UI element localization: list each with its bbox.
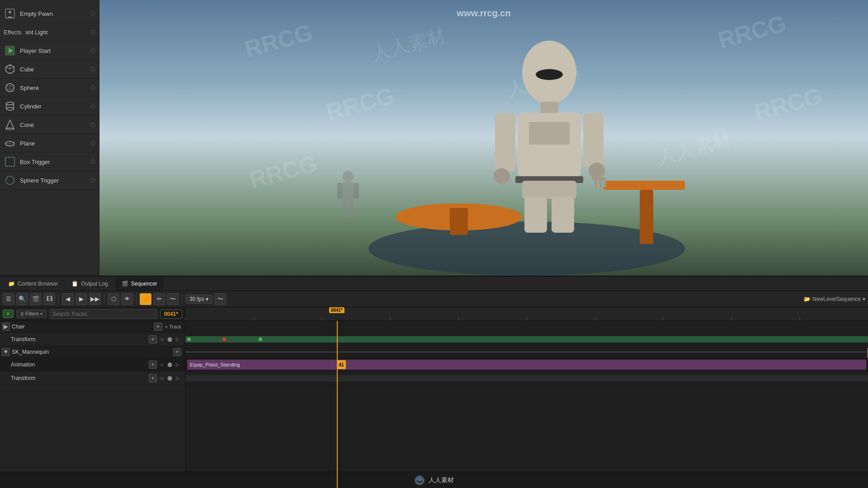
box-trigger-icon [4,155,16,168]
viewport[interactable]: www.rrcg.cn RRCG RRCG RRCG RRCG RRCG 人人素… [99,0,868,276]
svg-rect-38 [515,176,583,183]
playhead-line [337,321,338,488]
toolbar-btn-diamond[interactable]: ⬡ [108,293,119,305]
toolbar-btn-vis[interactable]: 👁 [121,293,133,305]
sk-transform-key3[interactable]: ▷ [174,375,181,382]
sk-transform-add[interactable]: + [149,374,157,382]
svg-point-29 [396,203,522,230]
track-row-chair[interactable]: ▶ Chair + + Track [0,321,185,333]
actor-item-cube[interactable]: Cube ⓘ [0,60,99,79]
chair-transform-add[interactable]: + [149,335,157,343]
toolbar-btn-grid[interactable]: ☰ [3,293,14,305]
animation-key1[interactable]: ◁ [158,361,165,368]
tab-content-browser-label: Content Browser [18,281,58,287]
tab-sequencer[interactable]: 🎬 Sequencer [115,277,164,290]
chair-transform-key3[interactable]: ▷ [174,336,181,343]
status-content: 人人素材 [414,475,454,486]
content-browser-icon: 📁 [8,281,15,287]
actor-item-cylinder[interactable]: Cylinder ⓘ [0,97,99,116]
sequence-name-label: NewLevelSequence [812,296,861,302]
sequencer-icon: 🎬 [122,281,128,287]
cylinder-info: ⓘ [90,103,95,110]
toolbar-btn-orange-key[interactable]: 🔶 [140,293,151,305]
actor-item-player-start[interactable]: Player Start ⓘ [0,42,99,60]
svg-rect-26 [5,157,14,166]
keyframe-dot-2[interactable] [222,338,226,341]
animation-clip[interactable]: Equip_Pistol_Standing [187,360,866,370]
chair-add-btn[interactable]: + [154,323,162,331]
track-row-chair-transform[interactable]: Transform + ◁ ⬤ ▷ [0,333,185,346]
sphere-icon [4,81,16,94]
toolbar-btn-prev-key[interactable]: ◀ [62,293,74,305]
empty-pawn-info: ⓘ [90,10,95,17]
actor-item-sphere[interactable]: Sphere ⓘ [0,79,99,97]
sk-transform-key2[interactable]: ⬤ [166,375,173,382]
animation-track-controls: + ◁ ⬤ ▷ [149,361,181,369]
svg-point-50 [343,171,354,182]
animation-add-btn[interactable]: + [149,361,157,369]
chair-transform-key1[interactable]: ◁ [158,336,165,343]
svg-line-13 [6,67,10,69]
toolbar-btn-next-key[interactable]: ▶▶ [89,293,101,305]
sk-transform-controls: + ◁ ⬤ ▷ [149,374,181,382]
keyframe-dot-3[interactable] [259,338,262,341]
tab-output-log-label: Output Log [81,281,108,287]
actor-list: Empty Pawn ⓘ Point Light ⓘ [0,5,99,276]
cone-info: ⓘ [90,122,95,128]
track-row-sk-transform[interactable]: Transform + ◁ ⬤ ▷ [0,371,185,385]
timeline-area[interactable]: 0041* | 0000 | 0015 | 0030 | 0045 | 0060… [185,307,868,488]
fps-selector[interactable]: 30 fps ▾ [185,295,212,304]
actor-item-box-trigger[interactable]: Box Trigger ⓘ [0,153,99,171]
timeline-row-chair [185,321,868,333]
actor-item-sphere-trigger[interactable]: Sphere Trigger ⓘ [0,171,99,190]
svg-rect-37 [529,122,570,145]
watermark-5: RRCG [246,150,320,194]
watermark-3: RRCG [323,82,397,126]
toolbar-btn-camera[interactable]: 🎬 [30,293,42,305]
track-expand-sk[interactable]: ▼ [2,348,10,356]
tab-output-log[interactable]: 📋 Output Log [65,277,114,290]
actor-item-cone[interactable]: Cone ⓘ [0,116,99,134]
actor-item-empty-pawn[interactable]: Empty Pawn ⓘ [0,5,99,23]
track-search-input[interactable] [49,309,157,319]
effects-nav-label: Effects [4,29,22,36]
bottom-status: 人人素材 [0,472,868,488]
point-light-label: Point Light [20,29,87,36]
animation-track-name: Animation [11,361,147,368]
toolbar-btn-film[interactable]: 🎞 [43,293,55,305]
sk-transform-key1[interactable]: ◁ [158,375,165,382]
svg-rect-31 [604,181,685,190]
anim-clip-label: Equip_Pistol_Standing [190,362,240,367]
toolbar-btn-search[interactable]: 🔍 [16,293,28,305]
track-area: ▾ ⧖ Filters ▾ 0041* ▶ Chair + + Track Tr… [0,307,868,488]
svg-rect-41 [583,113,604,167]
actor-item-plane[interactable]: Plane ⓘ [0,134,99,153]
track-expand-chair[interactable]: ▶ [2,323,10,331]
sk-mannequin-track-name: SK_Mannequin [12,349,171,355]
cylinder-icon [4,100,16,113]
cone-icon [4,118,16,131]
track-list: ▾ ⧖ Filters ▾ 0041* ▶ Chair + + Track Tr… [0,307,185,488]
svg-rect-49 [552,197,574,233]
svg-point-1 [9,11,11,14]
scene-svg [368,0,685,276]
animation-key2[interactable]: ⬤ [166,361,173,368]
filters-btn[interactable]: ⧖ Filters ▾ [16,310,47,318]
chair-transform-controls: + ◁ ⬤ ▷ [149,335,181,343]
anim-badge-value: 41 [339,362,344,367]
animation-key3[interactable]: ▷ [174,361,181,368]
filter-toggle-btn[interactable]: ▾ [3,310,14,318]
tab-content-browser[interactable]: 📁 Content Browser [2,277,64,290]
watermark-1: RRCG [242,19,316,63]
toolbar-btn-spline[interactable]: 〜 [167,293,179,305]
sk-transform-bar [185,375,868,381]
track-row-sk-mannequin[interactable]: ▼ SK_Mannequin + [0,346,185,358]
chair-transform-key2[interactable]: ⬤ [166,336,173,343]
toolbar-btn-pencil[interactable]: ✏ [153,293,165,305]
timeline-row-chair-transform [185,333,868,346]
keyframe-dot-1[interactable] [187,338,191,341]
toolbar-btn-wave[interactable]: 〜 [214,293,226,305]
sk-mannequin-add-btn[interactable]: + [173,348,181,356]
toolbar-btn-play[interactable]: ▶ [75,293,87,305]
track-row-animation[interactable]: Animation + ◁ ⬤ ▷ [0,358,185,371]
